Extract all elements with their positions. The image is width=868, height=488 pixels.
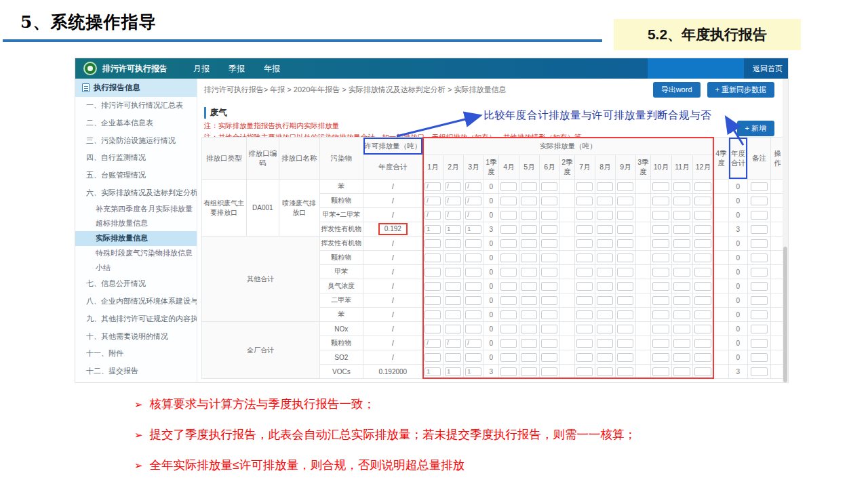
month-emission-input[interactable] xyxy=(521,296,537,305)
month-emission-input[interactable] xyxy=(500,282,517,291)
month-emission-input[interactable] xyxy=(500,225,517,234)
month-emission-input[interactable] xyxy=(465,296,481,305)
month-emission-input[interactable] xyxy=(465,211,481,220)
month-emission-input[interactable] xyxy=(425,325,441,333)
month-emission-input[interactable] xyxy=(425,310,441,319)
month-emission-input[interactable] xyxy=(597,182,613,191)
remark-input[interactable] xyxy=(751,367,768,376)
vertical-scrollbar[interactable] xyxy=(783,79,788,382)
month-emission-input[interactable] xyxy=(694,353,711,362)
month-emission-input[interactable] xyxy=(465,225,481,234)
month-emission-input[interactable] xyxy=(445,239,461,248)
month-emission-input[interactable] xyxy=(445,182,461,191)
month-emission-input[interactable] xyxy=(500,310,517,319)
sidebar-item[interactable]: 四、自行监测情况 xyxy=(75,149,197,167)
month-emission-input[interactable] xyxy=(673,367,690,376)
month-emission-input[interactable] xyxy=(652,197,669,205)
month-emission-input[interactable] xyxy=(541,268,557,277)
month-emission-input[interactable] xyxy=(541,211,557,220)
sidebar-item[interactable]: 超标排放量信息 xyxy=(75,216,197,231)
month-emission-input[interactable] xyxy=(500,253,517,262)
month-emission-input[interactable] xyxy=(617,296,633,305)
month-emission-input[interactable] xyxy=(617,353,633,362)
month-emission-input[interactable] xyxy=(541,296,557,305)
month-emission-input[interactable] xyxy=(652,296,669,305)
remark-input[interactable] xyxy=(751,182,768,191)
month-emission-input[interactable] xyxy=(425,282,441,291)
month-emission-input[interactable] xyxy=(673,197,690,205)
sidebar-item[interactable]: 实际排放量信息 xyxy=(75,231,197,246)
remark-input[interactable] xyxy=(751,310,768,319)
remark-input[interactable] xyxy=(751,339,768,348)
month-emission-input[interactable] xyxy=(521,310,537,319)
month-emission-input[interactable] xyxy=(652,268,669,277)
month-emission-input[interactable] xyxy=(617,239,633,248)
month-emission-input[interactable] xyxy=(597,310,613,319)
month-emission-input[interactable] xyxy=(541,310,557,319)
month-emission-input[interactable] xyxy=(673,211,690,220)
month-emission-input[interactable] xyxy=(597,325,613,333)
month-emission-input[interactable] xyxy=(617,211,633,220)
month-emission-input[interactable] xyxy=(541,182,557,191)
month-emission-input[interactable] xyxy=(576,268,593,277)
month-emission-input[interactable] xyxy=(597,268,613,277)
month-emission-input[interactable] xyxy=(673,353,690,362)
month-emission-input[interactable] xyxy=(652,325,669,333)
month-emission-input[interactable] xyxy=(521,282,537,291)
month-emission-input[interactable] xyxy=(445,353,461,362)
sidebar-item[interactable]: 二、企业基本信息表 xyxy=(75,115,197,132)
month-emission-input[interactable] xyxy=(617,182,633,191)
month-emission-input[interactable] xyxy=(694,268,711,277)
month-emission-input[interactable] xyxy=(576,211,593,220)
month-emission-input[interactable] xyxy=(541,253,557,262)
sidebar-item[interactable]: 七、信息公开情况 xyxy=(75,275,197,293)
month-emission-input[interactable] xyxy=(425,211,441,220)
month-emission-input[interactable] xyxy=(597,367,613,376)
month-emission-input[interactable] xyxy=(445,367,461,376)
month-emission-input[interactable] xyxy=(652,282,669,291)
menu-quarterly[interactable]: 季报 xyxy=(229,63,245,75)
month-emission-input[interactable] xyxy=(445,339,461,348)
month-emission-input[interactable] xyxy=(521,253,537,262)
month-emission-input[interactable] xyxy=(597,253,613,262)
month-emission-input[interactable] xyxy=(694,225,711,234)
month-emission-input[interactable] xyxy=(576,282,593,291)
remark-input[interactable] xyxy=(751,225,768,234)
month-emission-input[interactable] xyxy=(465,182,481,191)
month-emission-input[interactable] xyxy=(521,197,537,205)
remark-input[interactable] xyxy=(751,282,768,291)
month-emission-input[interactable] xyxy=(521,182,537,191)
month-emission-input[interactable] xyxy=(597,211,613,220)
month-emission-input[interactable] xyxy=(465,353,481,362)
sidebar-item[interactable]: 特殊时段废气污染物排放信息 xyxy=(75,246,197,261)
month-emission-input[interactable] xyxy=(617,225,633,234)
month-emission-input[interactable] xyxy=(597,296,613,305)
month-emission-input[interactable] xyxy=(500,339,517,348)
month-emission-input[interactable] xyxy=(425,253,441,262)
month-emission-input[interactable] xyxy=(597,239,613,248)
month-emission-input[interactable] xyxy=(445,211,461,220)
menu-monthly[interactable]: 月报 xyxy=(193,63,210,75)
month-emission-input[interactable] xyxy=(541,325,557,333)
remark-input[interactable] xyxy=(751,296,768,305)
month-emission-input[interactable] xyxy=(694,367,711,376)
month-emission-input[interactable] xyxy=(576,182,593,191)
month-emission-input[interactable] xyxy=(652,310,669,319)
resync-data-button[interactable]: + 重新同步数据 xyxy=(707,82,774,98)
month-emission-input[interactable] xyxy=(465,268,481,277)
month-emission-input[interactable] xyxy=(576,325,593,333)
month-emission-input[interactable] xyxy=(694,296,711,305)
month-emission-input[interactable] xyxy=(445,197,461,205)
sidebar-item[interactable]: 一、排污许可执行情况汇总表 xyxy=(75,97,197,115)
month-emission-input[interactable] xyxy=(597,282,613,291)
month-emission-input[interactable] xyxy=(652,239,669,248)
month-emission-input[interactable] xyxy=(694,182,711,191)
remark-input[interactable] xyxy=(751,253,768,262)
month-emission-input[interactable] xyxy=(617,197,633,205)
month-emission-input[interactable] xyxy=(465,325,481,333)
month-emission-input[interactable] xyxy=(652,353,669,362)
month-emission-input[interactable] xyxy=(521,339,537,348)
month-emission-input[interactable] xyxy=(673,239,690,248)
month-emission-input[interactable] xyxy=(597,353,613,362)
add-button[interactable]: + 新增 xyxy=(737,121,774,136)
